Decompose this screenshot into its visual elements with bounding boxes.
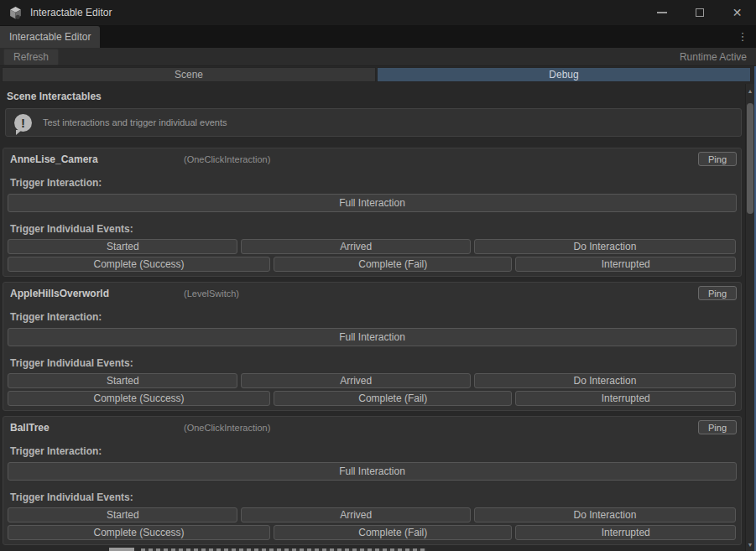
event-button-row: Complete (Success) Complete (Fail) Inter… [8, 391, 736, 406]
section-type: (OneClickInteraction) [184, 154, 270, 164]
event-button-row: Complete (Success) Complete (Fail) Inter… [8, 257, 736, 272]
page-title: Scene Interactables [7, 91, 745, 102]
toolbar: Refresh Runtime Active [0, 48, 756, 66]
info-box: ! Test interactions and trigger individu… [5, 108, 742, 137]
scroll-up-arrow[interactable]: ▲ [746, 86, 754, 96]
maximize-icon [696, 8, 704, 17]
info-text: Test interactions and trigger individual… [43, 117, 227, 127]
sections-list: AnneLise_Camera (OneClickInteraction) Pi… [3, 148, 742, 550]
complete-success-button[interactable]: Complete (Success) [8, 391, 270, 406]
partial-element [109, 548, 134, 551]
info-bubble-icon: ! [14, 114, 32, 132]
event-button-row: Started Arrived Do Interaction [8, 239, 736, 254]
do-interaction-button[interactable]: Do Interaction [474, 239, 736, 254]
window-controls: ✕ [643, 0, 756, 25]
section-name: AppleHillsOverworld [10, 288, 109, 299]
event-button-row: Complete (Success) Complete (Fail) Inter… [8, 525, 736, 540]
started-button[interactable]: Started [8, 239, 237, 254]
tab-interactable-editor[interactable]: Interactable Editor [0, 26, 100, 48]
arrived-button[interactable]: Arrived [241, 239, 470, 254]
close-button[interactable]: ✕ [718, 0, 756, 25]
scroll-content: Scene Interactables ! Test interactions … [0, 84, 745, 551]
interrupted-button[interactable]: Interrupted [515, 525, 736, 540]
trigger-interaction-label: Trigger Interaction: [10, 177, 102, 189]
arrived-button[interactable]: Arrived [241, 373, 470, 388]
interactable-section: AnneLise_Camera (OneClickInteraction) Pi… [3, 148, 742, 277]
section-type: (OneClickInteraction) [184, 423, 270, 433]
ping-button[interactable]: Ping [698, 152, 737, 166]
section-type: (LevelSwitch) [184, 288, 239, 299]
title-bar: Interactable Editor ✕ [0, 0, 756, 25]
complete-success-button[interactable]: Complete (Success) [8, 525, 270, 540]
trigger-events-label: Trigger Individual Events: [10, 357, 133, 369]
vertical-scrollbar[interactable]: ▲ ▼ [745, 84, 754, 551]
trigger-events-label: Trigger Individual Events: [10, 491, 133, 503]
section-name: BallTree [10, 422, 50, 434]
interactable-editor-window: Interactable Editor ✕ Interactable Edito… [0, 0, 756, 551]
do-interaction-button[interactable]: Do Interaction [474, 507, 736, 522]
view-tabs: Scene Debug [2, 67, 751, 82]
minimize-button[interactable] [643, 0, 680, 25]
kebab-menu-icon[interactable]: ⋮ [735, 25, 750, 48]
editor-tab-strip: Interactable Editor ⋮ [0, 25, 756, 48]
interrupted-button[interactable]: Interrupted [515, 257, 736, 272]
event-button-row: Started Arrived Do Interaction [8, 507, 736, 522]
window-title: Interactable Editor [30, 7, 112, 18]
trigger-interaction-label: Trigger Interaction: [10, 445, 102, 457]
trigger-events-label: Trigger Individual Events: [10, 223, 133, 235]
do-interaction-button[interactable]: Do Interaction [474, 373, 736, 388]
full-interaction-button[interactable]: Full Interaction [8, 328, 737, 346]
partial-next-section [0, 546, 745, 551]
complete-success-button[interactable]: Complete (Success) [8, 257, 270, 272]
runtime-active-label: Runtime Active [680, 51, 747, 63]
maximize-button[interactable] [680, 0, 718, 25]
refresh-button[interactable]: Refresh [3, 49, 59, 65]
minimize-icon [657, 12, 667, 13]
tab-scene[interactable]: Scene [2, 67, 376, 82]
tab-debug[interactable]: Debug [377, 67, 751, 82]
scroll-down-arrow[interactable]: ▼ [746, 539, 754, 549]
trigger-interaction-label: Trigger Interaction: [10, 311, 102, 323]
scrollbar-thumb[interactable] [747, 103, 753, 214]
ping-button[interactable]: Ping [698, 420, 737, 434]
section-name: AnneLise_Camera [10, 153, 98, 165]
complete-fail-button[interactable]: Complete (Fail) [274, 391, 512, 406]
interactable-section: BallTree (OneClickInteraction) Ping Trig… [3, 416, 742, 545]
interactable-section: AppleHillsOverworld (LevelSwitch) Ping T… [3, 282, 742, 411]
unity-cube-icon [8, 6, 23, 20]
started-button[interactable]: Started [8, 373, 237, 388]
started-button[interactable]: Started [8, 507, 237, 522]
arrived-button[interactable]: Arrived [241, 507, 470, 522]
ping-button[interactable]: Ping [698, 286, 737, 300]
complete-fail-button[interactable]: Complete (Fail) [274, 525, 512, 540]
complete-fail-button[interactable]: Complete (Fail) [274, 257, 512, 272]
event-button-row: Started Arrived Do Interaction [8, 373, 736, 388]
interrupted-button[interactable]: Interrupted [515, 391, 736, 406]
full-interaction-button[interactable]: Full Interaction [8, 462, 737, 481]
full-interaction-button[interactable]: Full Interaction [8, 194, 737, 212]
close-icon: ✕ [733, 7, 743, 18]
